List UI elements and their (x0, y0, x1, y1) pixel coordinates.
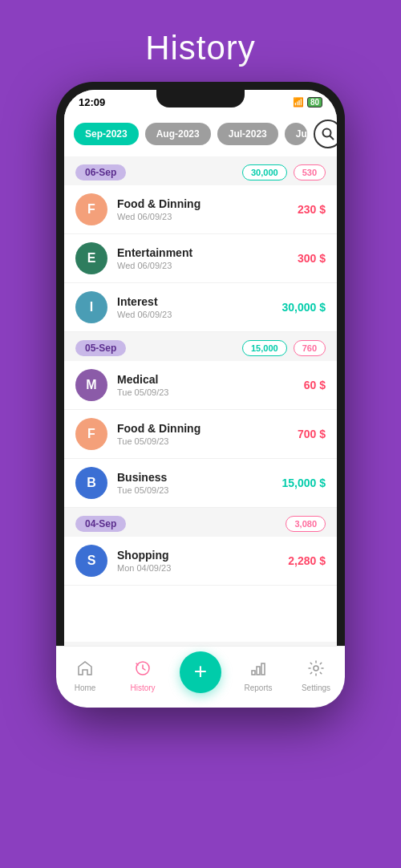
date-label-04sep: 04-Sep (75, 516, 126, 532)
avatar-interest: I (75, 291, 107, 323)
avatar-food1: F (75, 193, 107, 225)
date-header-06sep: 06-Sep 30,000 530 (64, 156, 337, 185)
transaction-business[interactable]: B Business Tue 05/09/23 15,000 $ (64, 459, 337, 508)
svg-rect-4 (257, 667, 260, 675)
transaction-amount-shopping: 2,280 $ (288, 554, 326, 567)
transaction-amount-entertainment: 300 $ (298, 252, 326, 265)
phone-screen: 12:09 🅟 📶 80 Sep-2023 Aug-2023 Jul-2023 … (64, 90, 337, 677)
total-green-05sep: 15,000 (242, 340, 287, 356)
avatar-shopping: S (75, 545, 107, 577)
transaction-date-shopping: Mon 04/09/23 (117, 563, 278, 573)
date-group-06sep: 06-Sep 30,000 530 F Food & Dinning Wed 0… (64, 156, 337, 332)
date-totals-06sep: 30,000 530 (242, 164, 326, 180)
total-pink-06sep: 530 (294, 164, 326, 180)
transaction-shopping[interactable]: S Shopping Mon 04/09/23 2,280 $ (64, 537, 337, 586)
transaction-date-medical: Tue 05/09/23 (117, 387, 294, 397)
date-group-04sep: 04-Sep 3,080 S Shopping Mon 04/09/23 2,2… (64, 508, 337, 586)
transaction-info-food1: Food & Dinning Wed 06/09/23 (117, 197, 288, 221)
status-icons: 📶 80 (293, 97, 322, 107)
transaction-name-medical: Medical (117, 373, 294, 386)
add-icon: + (194, 660, 207, 677)
total-pink-04sep: 3,080 (286, 516, 326, 532)
battery-icon: 80 (307, 97, 322, 107)
transaction-interest[interactable]: I Interest Wed 06/09/23 30,000 $ (64, 283, 337, 332)
transaction-amount-medical: 60 $ (304, 379, 326, 391)
transaction-amount-food2: 700 $ (298, 428, 326, 440)
history-icon (134, 659, 152, 678)
reports-icon (249, 659, 267, 678)
transaction-date-food1: Wed 06/09/23 (117, 212, 288, 221)
svg-rect-5 (261, 663, 265, 675)
home-icon (76, 659, 94, 678)
total-green-06sep: 30,000 (242, 164, 287, 180)
transaction-info-business: Business Tue 05/09/23 (117, 471, 273, 495)
transaction-name-business: Business (117, 471, 273, 484)
date-group-05sep: 05-Sep 15,000 760 M Medical Tue 05/09/23… (64, 332, 337, 508)
nav-history[interactable]: History (114, 659, 172, 678)
phone-notch (156, 90, 245, 107)
transaction-info-interest: Interest Wed 06/09/23 (117, 295, 273, 319)
date-header-05sep: 05-Sep 15,000 760 (64, 332, 337, 361)
status-time: 12:09 (79, 96, 105, 108)
transaction-amount-business: 15,000 $ (282, 477, 326, 489)
nav-settings[interactable]: Settings (287, 659, 337, 678)
bottom-nav: Home History + (64, 646, 337, 677)
transaction-date-business: Tue 05/09/23 (117, 485, 273, 495)
search-button[interactable] (314, 120, 337, 148)
transaction-food-dinning-1[interactable]: F Food & Dinning Wed 06/09/23 230 $ (64, 185, 337, 234)
phone-frame: 12:09 🅟 📶 80 Sep-2023 Aug-2023 Jul-2023 … (56, 82, 345, 708)
month-tab-jun[interactable]: Jun-2 (285, 123, 307, 145)
transaction-info-entertainment: Entertainment Wed 06/09/23 (117, 246, 288, 270)
nav-home[interactable]: Home (64, 659, 114, 678)
svg-line-1 (330, 136, 333, 140)
month-tab-sep2023[interactable]: Sep-2023 (74, 123, 139, 145)
transaction-info-medical: Medical Tue 05/09/23 (117, 373, 294, 397)
settings-icon (307, 659, 325, 678)
date-totals-05sep: 15,000 760 (242, 340, 326, 356)
transaction-date-food2: Tue 05/09/23 (117, 436, 288, 446)
avatar-entertainment: E (75, 242, 107, 274)
add-button[interactable]: + (180, 651, 221, 677)
date-header-04sep: 04-Sep 3,080 (64, 508, 337, 537)
transaction-info-shopping: Shopping Mon 04/09/23 (117, 549, 278, 573)
nav-fab[interactable]: + (172, 651, 229, 677)
transaction-date-entertainment: Wed 06/09/23 (117, 261, 288, 270)
date-totals-04sep: 3,080 (286, 516, 326, 532)
content-area: 06-Sep 30,000 530 F Food & Dinning Wed 0… (64, 156, 337, 642)
avatar-medical: M (75, 369, 107, 401)
page-title: History (145, 29, 256, 67)
search-icon (322, 128, 334, 140)
transaction-entertainment[interactable]: E Entertainment Wed 06/09/23 300 $ (64, 234, 337, 283)
transaction-name-interest: Interest (117, 295, 273, 308)
date-label-05sep: 05-Sep (75, 340, 126, 356)
month-tabs: Sep-2023 Aug-2023 Jul-2023 Jun-2 (64, 112, 337, 156)
transaction-info-food2: Food & Dinning Tue 05/09/23 (117, 422, 288, 446)
transaction-medical[interactable]: M Medical Tue 05/09/23 60 $ (64, 361, 337, 410)
nav-reports[interactable]: Reports (229, 659, 287, 678)
avatar-business: B (75, 467, 107, 499)
date-label-06sep: 06-Sep (75, 164, 126, 180)
transaction-amount-food1: 230 $ (298, 203, 326, 216)
transaction-food-dinning-2[interactable]: F Food & Dinning Tue 05/09/23 700 $ (64, 410, 337, 459)
wifi-icon: 📶 (293, 97, 304, 107)
svg-rect-3 (252, 671, 255, 675)
transaction-amount-interest: 30,000 $ (282, 301, 326, 314)
total-pink-05sep: 760 (294, 340, 326, 356)
transaction-name-food1: Food & Dinning (117, 197, 288, 210)
transaction-name-entertainment: Entertainment (117, 246, 288, 259)
transaction-name-shopping: Shopping (117, 549, 278, 562)
transaction-name-food2: Food & Dinning (117, 422, 288, 435)
transaction-date-interest: Wed 06/09/23 (117, 310, 273, 319)
avatar-food2: F (75, 418, 107, 450)
svg-point-6 (314, 666, 318, 671)
month-tab-aug2023[interactable]: Aug-2023 (145, 123, 211, 145)
month-tab-jul2023[interactable]: Jul-2023 (217, 123, 278, 145)
